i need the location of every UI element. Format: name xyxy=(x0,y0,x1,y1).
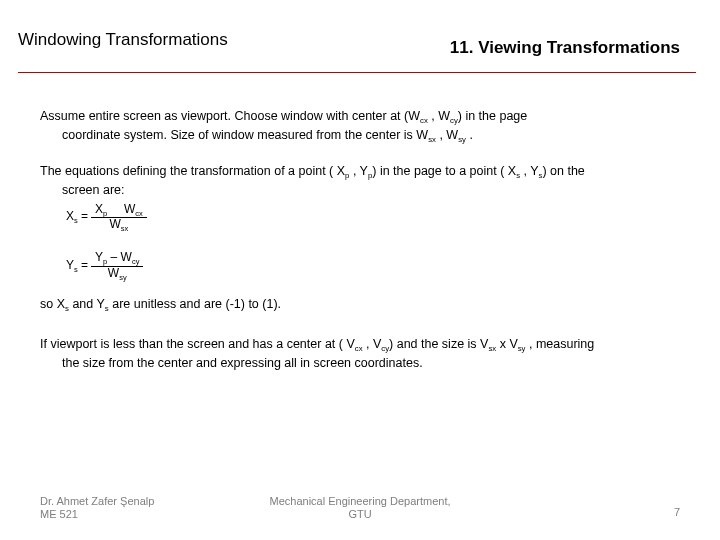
text: Y xyxy=(66,258,74,272)
sub: p xyxy=(103,208,107,217)
sub: s xyxy=(74,265,78,274)
sub: p xyxy=(345,171,349,180)
sub: cy xyxy=(132,257,139,266)
text: W xyxy=(110,217,121,231)
sub: cy xyxy=(381,344,389,353)
sub: cx xyxy=(135,208,142,217)
text: so xyxy=(40,297,57,311)
text: Y xyxy=(530,164,538,178)
text: Mechanical Engineering Department, xyxy=(270,495,451,507)
sub: s xyxy=(105,304,109,313)
text: are unitless and are (-1) to (1). xyxy=(112,297,281,311)
text: W xyxy=(121,250,132,264)
sub: sy xyxy=(458,135,466,144)
text: , xyxy=(353,164,360,178)
sub: sy xyxy=(518,344,526,353)
text: If viewport is less than the screen and … xyxy=(40,337,343,351)
slide-title-right: 11. Viewing Transformations xyxy=(450,38,680,58)
sub: cx xyxy=(355,344,363,353)
text: ) and the size is xyxy=(389,337,480,351)
sub: s xyxy=(65,304,69,313)
equation-ys: Ys = Yp – Wcy Wsy xyxy=(66,251,680,282)
text: W xyxy=(108,266,119,280)
equation-xs: Xs = Xp Wcx Wsx xyxy=(66,203,680,234)
text: the size from the center and expressing … xyxy=(40,356,423,370)
text: screen are: xyxy=(40,183,125,197)
text: ) in the page to a point ( xyxy=(372,164,504,178)
sub: sx xyxy=(428,135,436,144)
text: x xyxy=(500,337,510,351)
text: (W xyxy=(404,109,420,123)
sub: p xyxy=(103,257,107,266)
text: , measuring xyxy=(529,337,594,351)
text: X xyxy=(95,202,103,216)
sub: s xyxy=(516,171,520,180)
text: V xyxy=(346,337,354,351)
text: X xyxy=(57,297,65,311)
text: W xyxy=(438,109,450,123)
text: = xyxy=(81,209,88,223)
text: and xyxy=(72,297,96,311)
sub: sy xyxy=(119,273,126,282)
paragraph-if-viewport: If viewport is less than the screen and … xyxy=(40,336,680,371)
text: = xyxy=(81,258,88,272)
text: X xyxy=(508,164,516,178)
sub: s xyxy=(74,216,78,225)
text: The equations defining the transformatio… xyxy=(40,164,333,178)
slide-title-left: Windowing Transformations xyxy=(18,30,228,50)
sub: cx xyxy=(420,116,428,125)
paragraph-so: so Xs and Ys are unitless and are (-1) t… xyxy=(40,296,680,315)
text: Y xyxy=(97,297,105,311)
text: , xyxy=(366,337,373,351)
slide: Windowing Transformations 11. Viewing Tr… xyxy=(0,0,720,540)
text: W xyxy=(416,128,428,142)
text: Y xyxy=(360,164,368,178)
text: V xyxy=(509,337,517,351)
sub: cy xyxy=(450,116,458,125)
footer-dept: Mechanical Engineering Department, GTU xyxy=(0,495,720,523)
body-content: Assume entire screen as viewport. Choose… xyxy=(40,108,680,372)
paragraph-equations-intro: The equations defining the transformatio… xyxy=(40,163,680,198)
text: W xyxy=(446,128,458,142)
text: coordinate system. Size of window measur… xyxy=(62,128,416,142)
footer-page-number: 7 xyxy=(674,506,680,518)
text: ) in the page xyxy=(458,109,528,123)
title-underline xyxy=(18,72,696,73)
sub: sx xyxy=(121,224,128,233)
text: W xyxy=(124,202,135,216)
text: GTU xyxy=(348,508,371,520)
text: . xyxy=(469,128,472,142)
text: X xyxy=(66,209,74,223)
text: ) on the xyxy=(542,164,584,178)
text: X xyxy=(337,164,345,178)
sub: sx xyxy=(488,344,496,353)
text: Y xyxy=(95,250,103,264)
text: Assume entire screen as viewport. Choose… xyxy=(40,109,404,123)
paragraph-intro: Assume entire screen as viewport. Choose… xyxy=(40,108,680,145)
text: – xyxy=(111,250,121,264)
